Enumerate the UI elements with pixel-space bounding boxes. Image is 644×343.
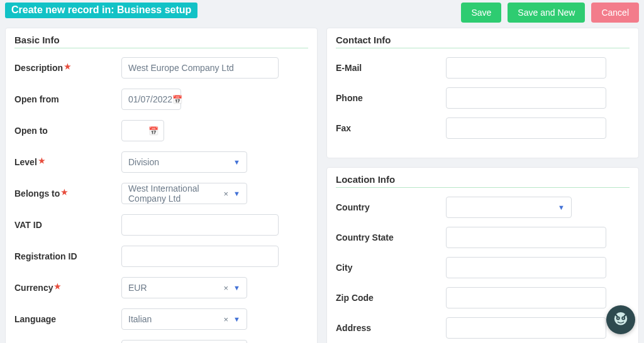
calendar-icon: 📅 — [148, 126, 158, 136]
chevron-down-icon: ▼ — [233, 315, 240, 323]
vat-id-label: VAT ID — [14, 220, 121, 230]
zip-code-input[interactable] — [446, 287, 606, 308]
contact-info-panel: Contact Info E-Mail Phone Fax — [326, 28, 639, 158]
required-icon: ★ — [54, 282, 61, 291]
basic-info-title: Basic Info — [14, 35, 308, 48]
belongs-to-label: Belongs to★ — [14, 188, 121, 199]
email-label: E-Mail — [336, 63, 446, 73]
city-input[interactable] — [446, 257, 606, 278]
divider — [336, 48, 630, 48]
registration-id-input[interactable] — [121, 246, 279, 267]
page-title: Create new record in: Business setup — [5, 3, 197, 18]
chevron-down-icon: ▼ — [233, 284, 240, 291]
vat-id-input[interactable] — [121, 214, 279, 236]
cancel-button[interactable]: Cancel — [591, 3, 639, 23]
svg-point-4 — [618, 317, 619, 318]
basic-info-panel: Basic Info Description★ Open from 01/07/… — [5, 28, 318, 343]
country-state-label: Country State — [336, 232, 446, 242]
address-label: Address — [336, 323, 446, 333]
calendar-icon: 📅 — [172, 95, 182, 104]
chevron-down-icon: ▼ — [233, 190, 240, 197]
currency-label: Currency★ — [14, 283, 121, 293]
zip-code-label: Zip Code — [336, 293, 446, 303]
level-select[interactable]: Division ▼ — [121, 151, 247, 173]
required-icon: ★ — [64, 62, 71, 71]
phone-label: Phone — [336, 93, 446, 103]
open-from-input[interactable]: 01/07/2022 📅 — [121, 89, 181, 110]
save-button[interactable]: Save — [461, 3, 501, 23]
divider — [14, 48, 308, 48]
fax-label: Fax — [336, 123, 446, 133]
svg-point-5 — [623, 317, 624, 318]
address-input[interactable] — [446, 317, 606, 339]
chevron-down-icon: ▼ — [558, 204, 565, 211]
clear-icon[interactable]: × — [224, 189, 229, 199]
open-to-label: Open to — [14, 126, 121, 136]
required-icon: ★ — [38, 156, 45, 165]
currency-select[interactable]: EUR × ▼ — [121, 277, 247, 298]
open-to-input[interactable]: 📅 — [121, 120, 164, 141]
country-state-input[interactable] — [446, 227, 606, 248]
description-label: Description★ — [14, 63, 121, 73]
belongs-to-select[interactable]: West International Company Ltd × ▼ — [121, 183, 247, 204]
country-label: Country — [336, 202, 446, 212]
level-label: Level★ — [14, 157, 121, 167]
timezone-select[interactable]: Europe/Rome × ▼ — [121, 340, 247, 343]
avatar-icon — [610, 309, 631, 330]
required-icon: ★ — [61, 188, 68, 197]
language-label: Language — [14, 314, 121, 324]
contact-info-title: Contact Info — [336, 35, 630, 48]
phone-input[interactable] — [446, 87, 606, 109]
save-and-new-button[interactable]: Save and New — [508, 3, 585, 23]
language-select[interactable]: Italian × ▼ — [121, 308, 247, 330]
chevron-down-icon: ▼ — [233, 158, 240, 166]
clear-icon[interactable]: × — [224, 283, 229, 293]
action-buttons: Save Save and New Cancel — [461, 3, 639, 23]
open-from-label: Open from — [14, 94, 121, 104]
registration-id-label: Registration ID — [14, 251, 121, 261]
clear-icon[interactable]: × — [224, 315, 229, 324]
fax-input[interactable] — [446, 117, 606, 139]
chat-widget[interactable] — [606, 305, 635, 334]
email-input[interactable] — [446, 57, 606, 79]
description-input[interactable] — [121, 57, 279, 79]
city-label: City — [336, 263, 446, 273]
location-info-title: Location Info — [336, 174, 630, 187]
country-select[interactable]: ▼ — [446, 197, 572, 218]
divider — [336, 187, 630, 188]
location-info-panel: Location Info Country ▼ Country State Ci… — [326, 167, 639, 343]
